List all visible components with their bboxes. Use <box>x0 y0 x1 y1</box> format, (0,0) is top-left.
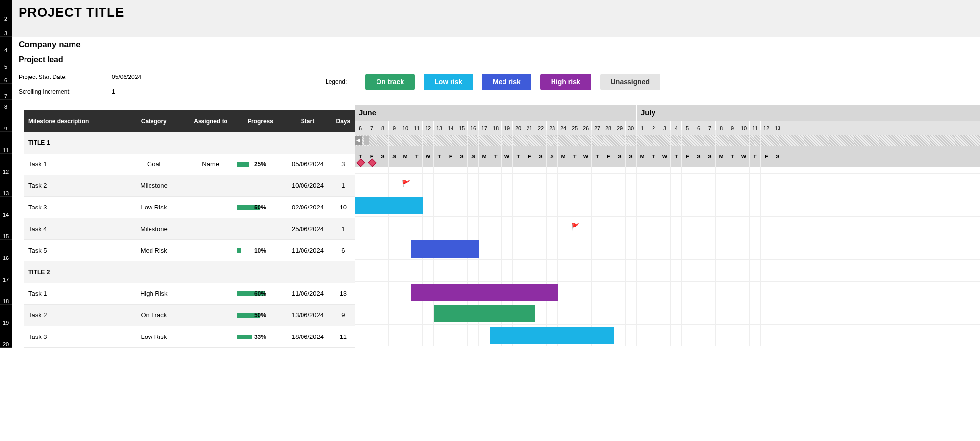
legend-pill-unassigned: Unassigned <box>600 74 660 90</box>
legend-pill-high-risk: High risk <box>540 74 591 90</box>
task-start: 25/06/2024 <box>284 225 331 233</box>
task-desc: Task 3 <box>24 333 123 340</box>
task-progress: 50% <box>237 312 284 319</box>
task-category: Milestone <box>123 225 184 233</box>
task-row[interactable]: Task 3Low Risk50%02/06/202410 <box>24 197 355 218</box>
legend-label: Legend: <box>326 78 347 85</box>
task-desc: Task 5 <box>24 247 123 254</box>
task-progress: 50% <box>237 204 284 211</box>
task-days: 10 <box>331 204 355 211</box>
task-progress: 10% <box>237 247 284 254</box>
task-desc: Task 1 <box>24 290 123 297</box>
task-days: 6 <box>331 247 355 254</box>
row-number: 14 <box>0 197 12 218</box>
row-number: 2 <box>0 0 12 22</box>
task-days: 9 <box>331 311 355 319</box>
task-progress: 33% <box>237 334 284 340</box>
table-header: Milestone description Category Assigned … <box>24 110 355 132</box>
col-prog: Progress <box>237 118 284 125</box>
gantt-bar[interactable] <box>490 327 614 344</box>
task-category: Low Risk <box>123 204 184 211</box>
row-number: 3 <box>0 22 12 37</box>
task-category: On Track <box>123 311 184 319</box>
task-desc: Task 2 <box>24 182 123 189</box>
task-desc: Task 2 <box>24 311 123 319</box>
task-days: 11 <box>331 333 355 340</box>
col-cat: Category <box>123 118 184 125</box>
task-days: 1 <box>331 225 355 233</box>
task-start: 11/06/2024 <box>284 290 331 297</box>
project-lead: Project lead <box>19 53 973 64</box>
row-number: 7 <box>0 84 12 100</box>
task-days: 3 <box>331 160 355 168</box>
scroll-increment-label: Scrolling Increment: <box>19 88 112 95</box>
task-days: 1 <box>331 182 355 189</box>
task-start: 13/06/2024 <box>284 311 331 319</box>
flag-icon: 🚩 <box>402 180 410 187</box>
row-number: 19 <box>0 305 12 326</box>
row-number: 18 <box>0 283 12 305</box>
task-category: Med Risk <box>123 247 184 254</box>
task-start: 02/06/2024 <box>284 204 331 211</box>
flag-icon: 🚩 <box>571 223 579 231</box>
task-assigned: Name <box>185 160 237 168</box>
col-desc: Milestone description <box>24 118 123 125</box>
task-start: 18/06/2024 <box>284 333 331 340</box>
row-number: 9 <box>0 110 12 132</box>
task-category: High Risk <box>123 290 184 297</box>
row-number: 17 <box>0 261 12 283</box>
task-start: 10/06/2024 <box>284 182 331 189</box>
row-number: 6 <box>0 70 12 84</box>
task-days: 13 <box>331 290 355 297</box>
legend-pill-low-risk: Low risk <box>424 74 473 90</box>
row-number: 12 <box>0 154 12 175</box>
start-date-value: 05/06/2024 <box>112 74 141 80</box>
company-name: Company name <box>19 37 973 50</box>
start-date-label: Project Start Date: <box>19 74 112 80</box>
col-start: Start <box>284 118 331 125</box>
month-header: July <box>637 105 783 121</box>
col-days: Days <box>331 118 355 125</box>
gantt-bar[interactable] <box>411 240 479 258</box>
task-category: Milestone <box>123 182 184 189</box>
section-title: TITLE 1 <box>24 132 355 154</box>
task-progress: 25% <box>237 161 284 168</box>
row-number: 5 <box>0 53 12 70</box>
task-row[interactable]: Task 1High Risk60%11/06/202413 <box>24 283 355 305</box>
row-number: 8 <box>0 100 12 110</box>
task-row[interactable]: Task 2Milestone10/06/20241 <box>24 175 355 197</box>
task-row[interactable]: Task 4Milestone25/06/20241 <box>24 218 355 240</box>
row-number: 15 <box>0 218 12 240</box>
legend: Legend: On trackLow riskMed riskHigh ris… <box>326 74 660 90</box>
task-category: Goal <box>123 160 184 168</box>
task-row[interactable]: Task 2On Track50%13/06/20249 <box>24 305 355 326</box>
gantt-bar[interactable] <box>411 284 558 301</box>
scroll-increment-value: 1 <box>112 88 115 95</box>
task-desc: Task 4 <box>24 225 123 233</box>
task-desc: Task 1 <box>24 160 123 168</box>
gantt-chart: 🚩🚩 <box>355 130 980 346</box>
task-row[interactable]: Task 5Med Risk10%11/06/20246 <box>24 240 355 261</box>
section-title: TITLE 2 <box>24 261 355 283</box>
gantt-bar[interactable] <box>355 197 423 214</box>
task-row[interactable]: Task 1GoalName25%05/06/20243 <box>24 154 355 175</box>
task-desc: Task 3 <box>24 204 123 211</box>
legend-pill-med-risk: Med risk <box>482 74 531 90</box>
row-number: 20 <box>0 326 12 348</box>
task-category: Low Risk <box>123 333 184 340</box>
row-number: 11 <box>0 132 12 154</box>
gantt-bar[interactable] <box>434 305 535 322</box>
task-progress: 60% <box>237 290 284 297</box>
task-start: 11/06/2024 <box>284 247 331 254</box>
task-row[interactable]: Task 3Low Risk33%18/06/202411 <box>24 326 355 348</box>
row-number: 16 <box>0 240 12 261</box>
row-number: 13 <box>0 175 12 197</box>
task-start: 05/06/2024 <box>284 160 331 168</box>
legend-pill-on-track: On track <box>365 74 415 90</box>
col-assign: Assigned to <box>185 118 237 125</box>
row-number: 4 <box>0 37 12 53</box>
project-title: PROJECT TITLE <box>19 2 124 20</box>
month-header: June <box>355 105 637 121</box>
